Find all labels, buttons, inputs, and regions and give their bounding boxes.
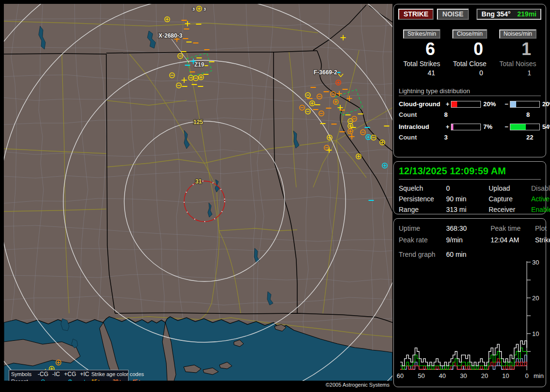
- cg-pos-bar: [451, 101, 481, 108]
- svg-text:40: 40: [439, 372, 446, 379]
- strikes-rate: 6: [398, 40, 446, 59]
- age-30: 30+: [113, 378, 132, 381]
- svg-text:31: 31: [195, 178, 202, 185]
- svg-text:Z19: Z19: [194, 61, 204, 68]
- svg-text:min: min: [534, 372, 544, 379]
- trend-window-value: 60 min: [446, 251, 541, 258]
- cg-neg-count: 8: [526, 111, 541, 118]
- bearing-value: Bng 354°: [481, 10, 510, 18]
- plus-sign: +: [444, 123, 451, 130]
- strike-map[interactable]: X-2680-3Z19F-3669-21253133 Symbols -CG -…: [4, 4, 392, 381]
- total-strikes-value: 41: [398, 69, 446, 77]
- svg-text:20: 20: [532, 294, 539, 302]
- bearing-readout: Bng 354° 219mi: [477, 9, 541, 20]
- noise-button[interactable]: NOISE: [437, 9, 469, 20]
- copyright-text: ©2005 Astrogenic Systems: [261, 382, 390, 388]
- close-counter: Close/min 0 Total Close 0: [446, 29, 493, 77]
- distribution-header: Lightning type distribution: [399, 87, 541, 96]
- squelch-value: 0: [446, 184, 489, 192]
- total-noises-label: Total Noises: [494, 60, 542, 68]
- svg-text:10: 10: [502, 372, 509, 379]
- ic-pos-bar: [451, 124, 481, 130]
- noises-per-min-button[interactable]: Noises/min: [499, 29, 536, 39]
- capture-status: Active: [531, 195, 550, 203]
- plot-value: Strike: [535, 236, 550, 244]
- ic-pos-recent-icon: +: [78, 378, 91, 381]
- svg-text:0: 0: [525, 372, 528, 379]
- svg-text:60: 60: [397, 372, 404, 379]
- intracloud-label: Intracloud: [399, 123, 444, 130]
- trend-graph-label: Trend graph: [399, 251, 446, 258]
- close-per-min-button[interactable]: Close/min: [452, 29, 487, 39]
- cg-neg-recent-icon: ⊖: [36, 378, 50, 381]
- ic-neg-bar: [510, 124, 540, 130]
- range-value: 219mi: [517, 10, 536, 18]
- strikes-per-min-button[interactable]: Strikes/min: [403, 29, 440, 39]
- close-rate: 0: [446, 40, 493, 59]
- svg-text:3: 3: [192, 7, 195, 12]
- cloud-ground-label: Cloud-ground: [399, 100, 444, 108]
- peak-time-label: Peak time: [491, 224, 535, 232]
- map-legend: Symbols -CG -IC +CG +IC Strike age color…: [9, 370, 129, 381]
- minus-sign: −: [503, 100, 510, 108]
- cg-neg-pct: 20%: [540, 100, 550, 108]
- trend-graph: 1020306050403020100min: [396, 258, 544, 385]
- total-close-label: Total Close: [446, 60, 493, 68]
- noises-rate: 1: [494, 40, 542, 59]
- legend-col-ic-neg: -IC: [50, 371, 62, 378]
- peak-rate-value: 9/min: [446, 236, 491, 244]
- cg-neg-bar: [510, 101, 540, 108]
- peak-time-value: 12:04 AM: [491, 236, 535, 244]
- persistence-value: 90 min: [446, 195, 489, 203]
- total-strikes-label: Total Strikes: [398, 60, 446, 68]
- minus-sign: −: [503, 123, 510, 130]
- map-canvas[interactable]: X-2680-3Z19F-3669-21253133: [4, 4, 392, 381]
- svg-text:F-3669-2: F-3669-2: [314, 69, 337, 76]
- range-value: 313 mi: [446, 206, 489, 213]
- cg-pos-recent-icon: ⊕: [62, 378, 78, 381]
- receiver-label: Receiver: [489, 206, 531, 213]
- svg-text:20: 20: [481, 372, 488, 379]
- legend-age-title: Strike age color codes: [91, 371, 151, 378]
- svg-text:50: 50: [418, 372, 424, 379]
- lightning-distribution: Lightning type distribution Cloud-ground…: [399, 87, 541, 141]
- svg-text:30: 30: [460, 372, 467, 379]
- age-45: 45+: [132, 378, 151, 381]
- plus-sign: +: [444, 100, 451, 108]
- legend-col-ic-pos: +IC: [78, 371, 91, 378]
- ic-pos-pct: 7%: [481, 123, 503, 130]
- receiver-status: Enabled: [531, 206, 550, 213]
- trend-panel: Uptime 368:30 Peak time Plot Peak rate 9…: [393, 218, 546, 387]
- range-label: Range: [399, 206, 446, 213]
- legend-row-recent-label: Recent: [11, 378, 36, 381]
- plot-label: Plot: [535, 224, 550, 232]
- capture-label: Capture: [489, 195, 531, 203]
- age-15: 15+: [91, 378, 113, 381]
- svg-text:3: 3: [203, 7, 206, 12]
- svg-text:30: 30: [532, 259, 539, 266]
- datetime-display: 12/13/2025 12:09:59 AM: [399, 166, 541, 180]
- ic-count-label: Count: [399, 134, 444, 141]
- uptime-value: 368:30: [446, 224, 491, 232]
- legend-col-cg-neg: -CG: [36, 371, 50, 378]
- upload-label: Upload: [489, 184, 531, 192]
- ic-pos-count: 3: [444, 134, 526, 141]
- peak-rate-label: Peak rate: [399, 236, 446, 244]
- nexstorm-window: X-2680-3Z19F-3669-21253133 Symbols -CG -…: [0, 0, 550, 392]
- svg-text:10: 10: [532, 330, 539, 337]
- svg-text:125: 125: [193, 119, 203, 126]
- strikes-counter: Strikes/min 6 Total Strikes 41: [398, 29, 446, 77]
- noises-counter: Noises/min 1 Total Noises 1: [494, 29, 542, 77]
- counters-panel: STRIKE NOISE Bng 354° 219mi Strikes/min …: [393, 4, 546, 157]
- persistence-label: Persistence: [399, 195, 446, 203]
- cg-count-label: Count: [399, 111, 444, 118]
- status-panel: 12/13/2025 12:09:59 AM Squelch 0 Upload …: [393, 161, 546, 214]
- upload-status: Disabled: [531, 184, 550, 192]
- cg-pos-count: 8: [444, 111, 526, 118]
- ic-neg-count: 22: [526, 134, 541, 141]
- ic-neg-recent-icon: −: [50, 378, 62, 381]
- squelch-label: Squelch: [399, 184, 446, 192]
- ic-neg-pct: 54%: [540, 123, 550, 130]
- total-close-value: 0: [446, 69, 493, 77]
- strike-button[interactable]: STRIKE: [398, 9, 434, 20]
